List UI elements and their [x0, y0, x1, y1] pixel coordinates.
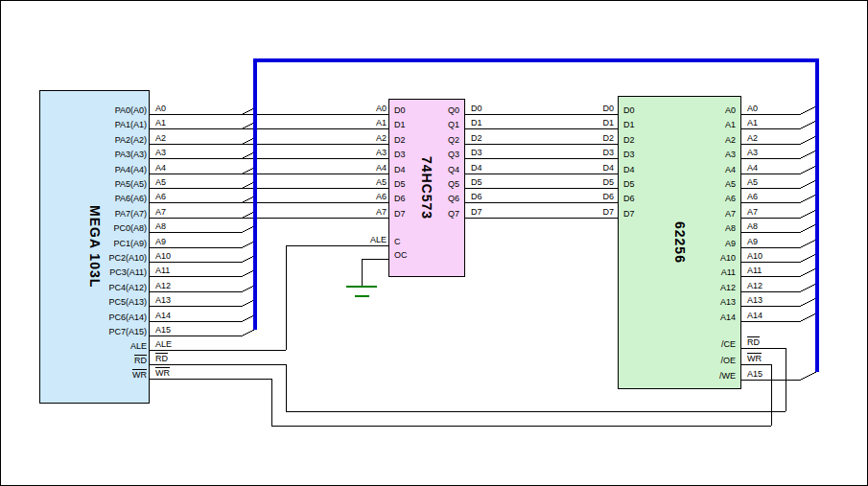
wire-label: A3: [747, 148, 758, 157]
wire-label: D7: [471, 207, 482, 217]
pin-label: Q2: [394, 135, 459, 145]
pin-label: PA6(A6): [39, 194, 147, 203]
wire-label: A11: [747, 266, 762, 275]
pin-label: PC6(A14): [39, 312, 147, 322]
wire-label: ALE: [155, 339, 172, 349]
wire-label: A1: [339, 118, 387, 127]
wire-label: A3: [155, 148, 166, 157]
pin-label: Q0: [394, 105, 459, 115]
pin-label: D5: [623, 179, 635, 189]
pin-label: RD: [39, 356, 147, 365]
pin-label: PA3(A3): [39, 150, 147, 159]
wire-label: D6: [566, 192, 614, 201]
wire-label: D1: [566, 118, 614, 127]
wire-label: ALE: [339, 235, 387, 244]
wire-label: D2: [471, 133, 482, 143]
pin-label: PC3(A11): [39, 267, 147, 277]
wire-label: D4: [566, 163, 614, 173]
pin-label: PA1(A1): [39, 120, 147, 129]
wire-label: A1: [155, 118, 166, 127]
bus-entry: [801, 121, 816, 128]
pin-label: OC: [394, 250, 408, 260]
wire-label: D4: [471, 163, 482, 173]
pin-label: PA2(A2): [39, 135, 147, 145]
wire-label: A5: [747, 177, 758, 187]
pin-label: D3: [623, 150, 635, 159]
pin-label: A8: [663, 223, 736, 233]
wire-label: A0: [339, 104, 387, 113]
pin-label: Q6: [394, 194, 459, 203]
pin-label: /OE: [663, 356, 736, 365]
pin-label: PA4(A4): [39, 165, 147, 174]
wire-label: A13: [747, 295, 762, 305]
wire-label: A7: [339, 207, 387, 217]
wire-label: A15: [747, 369, 762, 379]
pin-label: A2: [663, 135, 736, 145]
wire-label: A10: [747, 251, 762, 261]
wire-label: A0: [747, 104, 758, 113]
wire-label: D5: [471, 177, 482, 187]
pin-label: PC0(A8): [39, 223, 147, 233]
bus-entry: [801, 254, 816, 262]
pin-label: D7: [623, 209, 635, 219]
wire-label: RD: [747, 337, 760, 347]
bus-entry: [801, 284, 816, 291]
pin-label: WR: [39, 370, 147, 380]
pin-label: D6: [623, 194, 635, 203]
pin-label: ALE: [39, 341, 147, 351]
pin-label: A6: [663, 194, 736, 203]
bus-entry: [801, 210, 816, 218]
wire-label: A2: [155, 133, 166, 143]
wire-label: A4: [155, 163, 166, 173]
bus-entry: [801, 313, 816, 321]
bus-entry: [801, 268, 816, 276]
wire-label: A2: [339, 133, 387, 143]
wire-label: D7: [566, 207, 614, 217]
wire-label: A14: [155, 311, 171, 320]
bus-entry: [801, 240, 816, 247]
bus-entry: [241, 329, 256, 336]
pin-label: PC4(A12): [39, 283, 147, 292]
pin-label: A10: [663, 253, 736, 263]
wire-label: A0: [155, 104, 166, 113]
wire-label: A12: [155, 281, 171, 290]
pin-label: A11: [663, 267, 736, 277]
wire-label: A1: [747, 118, 758, 127]
bus-entry: [801, 195, 816, 202]
wire-label: D3: [471, 148, 482, 157]
wire-label: A4: [339, 163, 387, 173]
pin-label: D2: [623, 135, 635, 145]
pin-label: /CE: [663, 339, 736, 349]
wire-label: A11: [155, 266, 170, 275]
pin-label: D0: [623, 105, 635, 115]
pin-label: PC1(A9): [39, 239, 147, 248]
pin-label: A12: [663, 283, 736, 292]
wire-label: A9: [155, 237, 166, 246]
wire-label: A8: [155, 221, 166, 231]
bus-entry: [801, 136, 816, 144]
pin-label: A1: [663, 120, 736, 129]
wire-label: A14: [747, 311, 762, 320]
wire-label: A15: [155, 325, 171, 335]
pin-label: D4: [623, 165, 635, 174]
wire-label: A9: [747, 237, 758, 246]
wire-label: A13: [155, 295, 171, 305]
wire-label: A5: [155, 177, 166, 187]
wire-label: A2: [747, 133, 758, 143]
wire-label: WR: [155, 368, 170, 378]
pin-label: A7: [663, 209, 736, 219]
pin-label: Q3: [394, 150, 459, 159]
pin-label: A0: [663, 105, 736, 115]
wire-label: A6: [747, 192, 758, 201]
bus-entry: [801, 298, 816, 306]
wire-label: D0: [471, 104, 482, 113]
bus-entry: [801, 150, 816, 158]
wire-label: WR: [747, 354, 762, 363]
pin-label: PA7(A7): [39, 209, 147, 219]
pin-label: A14: [663, 312, 736, 322]
wire-label: A10: [155, 251, 171, 261]
wire-label: RD: [155, 354, 168, 363]
bus-entry: [801, 166, 816, 174]
pin-label: Q5: [394, 179, 459, 189]
wire-label: A6: [339, 192, 387, 201]
